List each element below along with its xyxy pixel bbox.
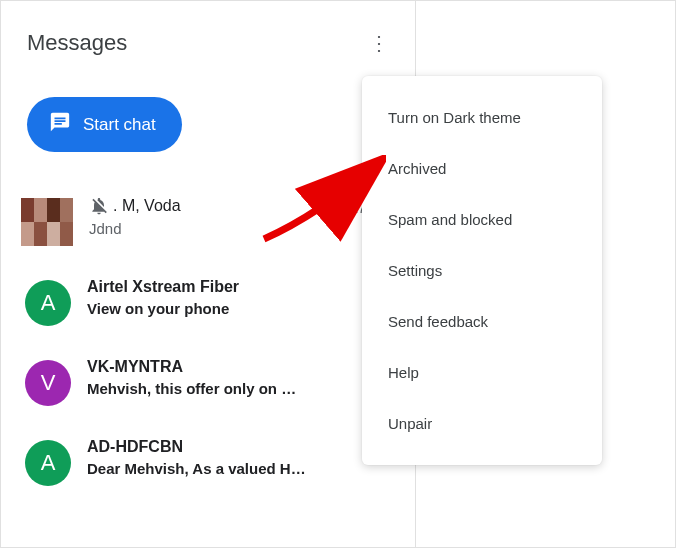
conversation-title: AD-HDFCBN — [87, 438, 183, 456]
menu-item-archived[interactable]: Archived — [362, 143, 602, 194]
menu-item-unpair[interactable]: Unpair — [362, 398, 602, 449]
conversation-body: VK-MYNTRA Mehvish, this offer only on … — [87, 358, 399, 397]
conversation-body: AD-HDFCBN Dear Mehvish, As a valued H… — [87, 438, 399, 477]
conversations-panel: Messages ⋮ Start chat . M, Voda — [1, 1, 416, 547]
conversation-list: . M, Voda Jdnd 17/11/2 A Airtel Xstream … — [1, 186, 415, 508]
conversation-title: . M, Voda — [113, 197, 181, 215]
menu-item-help[interactable]: Help — [362, 347, 602, 398]
conversation-title: Airtel Xstream Fiber — [87, 278, 239, 296]
menu-item-settings[interactable]: Settings — [362, 245, 602, 296]
conversation-snippet: View on your phone — [87, 300, 399, 317]
menu-item-dark-theme[interactable]: Turn on Dark theme — [362, 92, 602, 143]
start-chat-label: Start chat — [83, 115, 156, 135]
more-options-button[interactable]: ⋮ — [359, 23, 399, 63]
conversation-body: Airtel Xstream Fiber View on your phone — [87, 278, 399, 317]
page-title: Messages — [27, 30, 127, 56]
conversation-snippet: Mehvish, this offer only on … — [87, 380, 399, 397]
mute-icon — [89, 196, 109, 216]
header: Messages ⋮ — [1, 1, 415, 73]
conversation-item[interactable]: A AD-HDFCBN Dear Mehvish, As a valued H… — [1, 428, 415, 508]
menu-item-send-feedback[interactable]: Send feedback — [362, 296, 602, 347]
avatar: A — [25, 280, 71, 326]
more-vert-icon: ⋮ — [369, 31, 389, 55]
avatar: A — [25, 440, 71, 486]
overflow-menu: Turn on Dark theme Archived Spam and blo… — [362, 76, 602, 465]
conversation-item[interactable]: . M, Voda Jdnd 17/11/2 — [1, 186, 415, 268]
start-chat-icon — [49, 111, 71, 138]
avatar — [21, 198, 73, 246]
conversation-title: VK-MYNTRA — [87, 358, 183, 376]
menu-item-spam-blocked[interactable]: Spam and blocked — [362, 194, 602, 245]
conversation-snippet: Dear Mehvish, As a valued H… — [87, 460, 399, 477]
start-chat-button[interactable]: Start chat — [27, 97, 182, 152]
conversation-item[interactable]: V VK-MYNTRA Mehvish, this offer only on … — [1, 348, 415, 428]
conversation-snippet: Jdnd — [89, 220, 399, 237]
avatar: V — [25, 360, 71, 406]
conversation-item[interactable]: A Airtel Xstream Fiber View on your phon… — [1, 268, 415, 348]
